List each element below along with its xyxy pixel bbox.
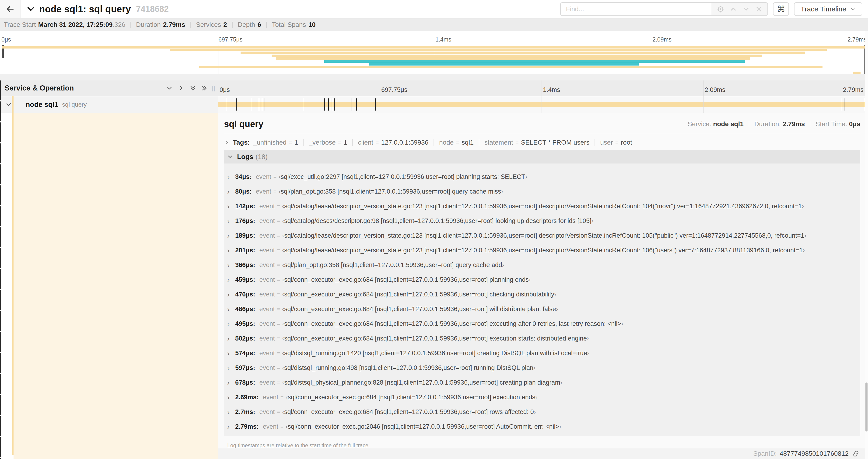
log-equals: =	[277, 409, 280, 415]
log-timestamp: 2.79ms:	[235, 423, 259, 430]
log-entry-row[interactable]: ›34μs:event=‹sql/exec_util.go:2297 [nsql…	[224, 170, 860, 184]
minimap-span-bar	[369, 63, 639, 66]
chevron-right-icon[interactable]: ›	[227, 423, 231, 431]
tag-item[interactable]: user=root	[600, 139, 632, 146]
log-field-key: event	[259, 408, 275, 416]
clear-search-button[interactable]	[755, 5, 763, 13]
log-entry-row[interactable]: ›476μs:event=‹sql/conn_executor_exec.go:…	[224, 287, 860, 302]
span-row-label[interactable]: node sql1 sql query	[0, 96, 218, 113]
log-entry-row[interactable]: ›366μs:event=‹sql/plan_opt.go:358 [nsql1…	[224, 258, 860, 272]
log-equals: =	[280, 424, 283, 430]
log-field-value: ‹sql/conn_executor_exec.go:2046 [nsql1,c…	[286, 423, 561, 430]
chevron-right-icon[interactable]: ›	[227, 276, 231, 284]
locate-span-button[interactable]	[717, 5, 724, 13]
top-bar: node sql1: sql query 7418682	[0, 0, 868, 18]
expand-all-icon[interactable]	[201, 85, 208, 92]
next-result-button[interactable]	[742, 5, 750, 13]
chevron-right-icon[interactable]: ›	[227, 188, 231, 196]
minimap-span-bar	[170, 49, 827, 51]
find-input[interactable]	[561, 3, 711, 15]
chevron-down-icon	[227, 154, 233, 160]
chevron-right-icon[interactable]: ›	[227, 173, 231, 181]
span-collapse-chevron-icon[interactable]	[5, 101, 12, 108]
log-entry-row[interactable]: ›176μs:event=‹sql/catalog/descs/descript…	[224, 214, 860, 228]
log-field-value: ‹sql/exec_util.go:2297 [nsql1,client=127…	[279, 173, 527, 181]
tag-divider	[352, 139, 353, 146]
log-entry-row[interactable]: ›2.69ms:event=‹sql/conn_executor_exec.go…	[224, 390, 860, 405]
log-entry-row[interactable]: ›142μs:event=‹sql/catalog/lease/descript…	[224, 199, 860, 214]
chevron-right-icon[interactable]: ›	[227, 305, 231, 313]
service-color-strip	[12, 113, 13, 455]
collapse-one-icon[interactable]	[166, 85, 173, 92]
column-resizer-grip[interactable]: ||	[211, 85, 216, 92]
tag-item[interactable]: _verbose=1	[309, 139, 347, 146]
tags-accordian[interactable]: Tags: _unfinished=1_verbose=1client=127.…	[224, 137, 860, 148]
span-row-node-sql1[interactable]: node sql1 sql query	[0, 96, 868, 113]
tag-item[interactable]: _unfinished=1	[253, 139, 298, 146]
tag-value: SELECT * FROM users	[521, 139, 590, 146]
scrollbar-thumb[interactable]	[865, 383, 868, 431]
log-equals: =	[277, 291, 280, 298]
chevron-right-icon[interactable]: ›	[227, 291, 231, 299]
chevron-right-icon[interactable]: ›	[227, 364, 231, 372]
log-entry-row[interactable]: ›597μs:event=‹sql/distsql_running.go:498…	[224, 361, 860, 375]
time-tick-label: 2.09ms	[705, 86, 725, 94]
minimap-span-bar	[241, 52, 805, 54]
span-detail-title: sql query	[224, 119, 264, 129]
deep-link-icon[interactable]	[852, 450, 860, 458]
tag-item[interactable]: client=127.0.0.1:59936	[358, 139, 428, 146]
chevron-right-icon[interactable]: ›	[227, 335, 231, 342]
chevron-right-icon[interactable]: ›	[227, 261, 231, 269]
trace-stat: Duration2.79ms	[136, 21, 185, 28]
time-tick-label: 1.4ms	[543, 86, 560, 94]
timeline-ruler: 0μs697.75μs1.4ms2.09ms2.79ms	[218, 80, 865, 96]
tag-divider	[479, 139, 479, 146]
chevron-right-icon[interactable]: ›	[227, 349, 231, 357]
chevron-right-icon[interactable]: ›	[227, 408, 231, 416]
chevron-right-icon[interactable]: ›	[227, 379, 231, 387]
log-entry-row[interactable]: ›486μs:event=‹sql/conn_executor_exec.go:…	[224, 302, 860, 317]
close-angle-quote: ›	[502, 261, 504, 268]
chevron-right-icon[interactable]: ›	[227, 202, 231, 210]
open-angle-quote: ‹	[282, 217, 284, 224]
log-entry-row[interactable]: ›2.79ms:event=‹sql/conn_executor_exec.go…	[224, 419, 860, 434]
collapse-all-icon[interactable]	[189, 85, 196, 92]
timeline-minimap[interactable]	[2, 45, 866, 74]
log-timestamp: 486μs:	[235, 305, 255, 313]
log-entry-row[interactable]: ›80μs:event=‹sql/plan_opt.go:358 [nsql1,…	[224, 184, 860, 199]
chevron-right-icon[interactable]: ›	[227, 247, 231, 255]
back-button[interactable]	[0, 0, 21, 18]
chevron-right-icon[interactable]: ›	[227, 320, 231, 328]
gridline	[703, 96, 704, 113]
overview-divider	[749, 121, 749, 127]
log-entry-row[interactable]: ›574μs:event=‹sql/distsql_running.go:142…	[224, 346, 860, 361]
close-angle-quote: ›	[591, 217, 593, 224]
view-selector-button[interactable]: Trace Timeline	[794, 2, 862, 16]
log-entry-row[interactable]: ›189μs:event=‹sql/catalog/lease/descript…	[224, 228, 860, 243]
log-entry-row[interactable]: ›2.7ms:event=‹sql/conn_executor_exec.go:…	[224, 405, 860, 419]
tag-item[interactable]: statement=SELECT * FROM users	[485, 139, 590, 146]
span-bar-lane[interactable]	[218, 96, 865, 113]
keyboard-shortcuts-button[interactable]: ⌘	[773, 2, 789, 16]
chevron-right-icon[interactable]: ›	[227, 393, 231, 401]
log-timestamp: 142μs:	[235, 203, 255, 210]
tag-equals: =	[516, 139, 519, 146]
close-angle-quote: ›	[621, 320, 623, 327]
trace-title-chevron-icon[interactable]	[26, 4, 35, 14]
log-entry-row[interactable]: ›678μs:event=‹sql/distsql_physical_plann…	[224, 375, 860, 390]
log-entry-row[interactable]: ›502μs:event=‹sql/conn_executor_exec.go:…	[224, 331, 860, 346]
logs-header[interactable]: Logs (18)	[224, 150, 860, 163]
time-tick-label: 697.75μs	[218, 36, 242, 43]
chevron-right-icon[interactable]: ›	[227, 232, 231, 240]
tag-key: node	[439, 139, 454, 146]
chevron-right-icon[interactable]: ›	[227, 217, 231, 225]
trace-title: node sql1: sql query	[39, 4, 131, 14]
log-entry-row[interactable]: ›201μs:event=‹sql/catalog/lease/descript…	[224, 243, 860, 258]
trace-stat-value: 6	[257, 21, 261, 28]
prev-result-button[interactable]	[730, 5, 737, 13]
log-field-key: event	[256, 188, 271, 195]
expand-one-icon[interactable]	[177, 85, 185, 92]
log-entry-row[interactable]: ›495μs:event=‹sql/conn_executor_exec.go:…	[224, 317, 860, 331]
tag-item[interactable]: node=sql1	[439, 139, 474, 146]
log-entry-row[interactable]: ›459μs:event=‹sql/conn_executor_exec.go:…	[224, 272, 860, 287]
